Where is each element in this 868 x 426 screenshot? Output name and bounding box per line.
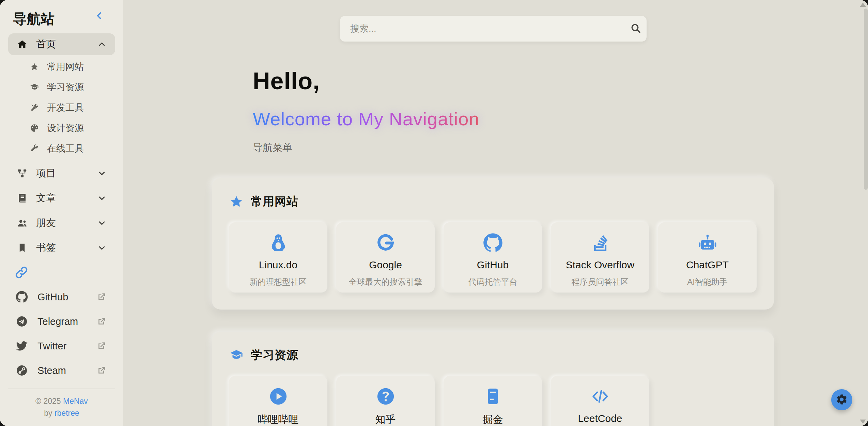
card-title: 掘金 [483,413,503,426]
sidebar-item-label: 书签 [36,241,56,255]
graduation-cap-icon [230,348,243,362]
google-g-icon [376,232,396,254]
code-brackets-icon [590,385,610,407]
external-link-icon [97,317,106,326]
by-text: by [44,409,52,417]
link-icon [14,265,29,280]
social-link-label: GitHub [37,291,68,303]
sidebar-item-online-tools[interactable]: 在线工具 [8,138,115,159]
sidebar-item-design[interactable]: 设计资源 [8,118,115,138]
sidebar-item-label: 项目 [36,167,56,180]
sidebar-item-learning[interactable]: 学习资源 [8,77,115,97]
settings-fab[interactable] [831,389,852,410]
github-icon [16,291,28,303]
search-input[interactable] [340,16,625,42]
site-card-google[interactable]: Google 全球最大的搜索引擎 [336,222,435,293]
social-link-label: Steam [37,365,66,376]
sidebar-item-friends[interactable]: 朋友 [8,210,115,235]
hero-welcome: Welcome to My Navigation [253,108,479,129]
hero: Hello, Welcome to My Navigation 导航菜单 [253,67,479,155]
users-icon [17,218,27,228]
site-card-github[interactable]: GitHub 代码托管平台 [444,222,542,293]
sidebar: 导航站 首页 常用网站 [0,0,123,426]
palette-icon [30,124,39,132]
site-card-leetcode[interactable]: LeetCode [551,376,649,426]
project-diagram-icon [17,168,27,178]
app-window: 导航站 首页 常用网站 [0,0,868,426]
card-desc: 代码托管平台 [468,277,517,287]
external-link-icon [97,292,106,302]
hero-subtitle: 导航菜单 [253,141,479,155]
sidebar-item-label: 文章 [36,191,56,205]
card-desc: 程序员问答社区 [572,277,629,287]
sidebar-item-projects[interactable]: 项目 [8,161,115,186]
card-title: Google [369,259,402,271]
sidebar-link-telegram[interactable]: Telegram [8,309,115,334]
steam-icon [16,364,28,377]
copyright-text: © 2025 [35,397,61,406]
search-button[interactable] [625,16,647,42]
tools-icon [30,103,39,112]
card-desc: 全球最大的搜索引擎 [349,277,422,287]
card-grid: Linux.do 新的理想型社区 Google 全球最大的搜索引擎 GitHub… [229,222,757,293]
sidebar-collapse-button[interactable] [93,10,105,22]
twitter-icon [16,340,28,352]
external-link-icon [97,366,106,375]
wrench-icon [30,144,39,153]
stack-overflow-icon [590,232,610,254]
journal-icon [483,385,503,407]
scrollbar-up-arrow[interactable] [860,3,866,7]
section-common-sites: 常用网站 Linux.do 新的理想型社区 Google 全球最大的搜索引擎 [212,178,774,310]
sidebar-item-dev-tools[interactable]: 开发工具 [8,97,115,118]
scrollbar-down-arrow[interactable] [860,420,866,424]
card-desc: 新的理想型社区 [250,277,307,287]
home-icon [17,39,27,49]
menav-link[interactable]: MeNav [63,397,88,406]
chevron-down-icon [97,219,106,227]
graduation-cap-icon [30,83,39,92]
sidebar-item-home[interactable]: 首页 [8,33,115,55]
search-icon [630,23,641,35]
star-icon [230,195,243,208]
bookmark-icon [17,243,27,253]
site-card-juejin[interactable]: 掘金 [444,376,542,426]
sidebar-item-bookmarks[interactable]: 书签 [8,235,115,260]
site-card-zhihu[interactable]: 知乎 [336,376,435,426]
site-card-stackoverflow[interactable]: Stack Overflow 程序员问答社区 [551,222,649,293]
gear-icon [836,393,848,407]
social-link-label: Twitter [37,341,66,352]
scrollbar-thumb[interactable] [864,9,868,190]
card-title: GitHub [477,259,509,271]
site-card-linuxdo[interactable]: Linux.do 新的理想型社区 [229,222,327,293]
github-icon [483,232,503,254]
social-link-label: Telegram [37,316,78,327]
section-learning: 学习资源 哔哩哔哩 知乎 掘金 [212,332,774,426]
sidebar-item-label: 首页 [36,37,56,51]
author-link[interactable]: rbetree [55,409,79,417]
site-card-bilibili[interactable]: 哔哩哔哩 [229,376,327,426]
sidebar-subitem-label: 设计资源 [47,122,84,134]
site-card-chatgpt[interactable]: ChatGPT AI智能助手 [658,222,757,293]
card-title: 哔哩哔哩 [258,413,299,426]
chevron-down-icon [97,243,106,252]
sidebar-link-github[interactable]: GitHub [8,285,115,309]
search-bar [340,16,647,42]
robot-icon [698,232,717,254]
chevron-down-icon [97,169,106,178]
sidebar-link-twitter[interactable]: Twitter [8,334,115,358]
card-grid: 哔哩哔哩 知乎 掘金 LeetCode [229,376,649,426]
sidebar-link-steam[interactable]: Steam [8,358,115,383]
sidebar-item-common-sites[interactable]: 常用网站 [8,57,115,77]
sidebar-item-articles[interactable]: 文章 [8,186,115,210]
external-link-icon [97,341,106,351]
card-title: 知乎 [375,413,396,426]
card-desc: AI智能助手 [687,277,728,287]
section-title: 学习资源 [251,347,298,363]
sidebar-subitem-label: 常用网站 [47,61,84,73]
sidebar-subnav: 常用网站 学习资源 开发工具 设计资源 [8,57,115,159]
sidebar-subitem-label: 在线工具 [47,142,84,155]
card-title: LeetCode [578,413,622,424]
linux-penguin-icon [268,232,288,254]
sidebar-footer: © 2025 MeNav by rbetree [8,389,115,426]
sidebar-links-divider [8,260,115,285]
